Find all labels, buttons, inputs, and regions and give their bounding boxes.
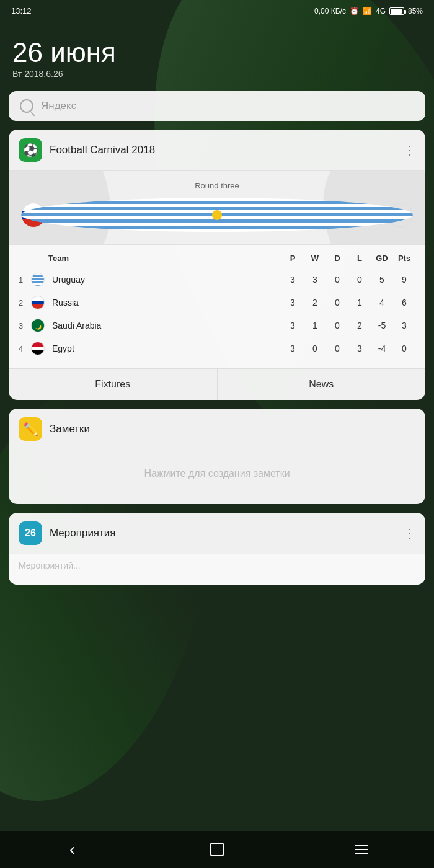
- football-app-icon: ⚽: [19, 138, 42, 162]
- col-w: W: [304, 254, 326, 263]
- events-app-icon: 26: [19, 521, 42, 545]
- standings-table: Team P W D L GD Pts 1 Uruguay 3 3 0 0 5: [9, 244, 425, 368]
- time: 13:12: [11, 6, 32, 16]
- flag-uruguay-sm: [31, 273, 45, 286]
- notes-app-icon: ✏️: [19, 417, 42, 441]
- table-row: 4 Egypt 3 0 0 3 -4 0: [19, 337, 415, 360]
- battery-icon: [389, 7, 404, 15]
- search-icon: [20, 99, 33, 113]
- notes-title: Заметки: [50, 423, 90, 435]
- svg-text:🌙: 🌙: [35, 324, 42, 330]
- events-sub: Мероприятий...: [19, 560, 81, 570]
- events-header-left: 26 Мероприятия: [19, 521, 116, 545]
- alarm-icon: ⏰: [350, 7, 359, 16]
- football-more-button[interactable]: ⋮: [404, 143, 415, 157]
- events-more-button[interactable]: ⋮: [404, 526, 415, 541]
- menu-button[interactable]: [348, 836, 375, 863]
- events-header: 26 Мероприятия ⋮: [9, 513, 425, 554]
- col-pts: Pts: [393, 254, 415, 263]
- team2: Uruguay: [339, 203, 413, 228]
- football-card-header: ⚽ Football Carnival 2018 ⋮: [9, 130, 425, 170]
- network-speed: 0,00 КБ/с: [314, 7, 346, 16]
- notes-empty-text[interactable]: Нажмите для создания заметки: [9, 450, 425, 504]
- events-title: Мероприятия: [50, 527, 116, 539]
- menu-icon: [355, 845, 368, 854]
- col-team: Team: [48, 254, 281, 263]
- news-tab[interactable]: News: [218, 369, 426, 400]
- table-row: 2 Russia 3 2 0 1 4 6: [19, 291, 415, 314]
- back-icon: [69, 839, 75, 859]
- notes-header: ✏️ Заметки: [9, 409, 425, 450]
- events-body: Мероприятий...: [9, 554, 425, 585]
- search-bar[interactable]: Яндекс: [9, 91, 425, 121]
- date-sub: Вт 2018.6.26: [12, 69, 422, 79]
- network-type: 4G: [376, 7, 386, 16]
- round-label: Round three: [21, 181, 413, 190]
- table-header: Team P W D L GD Pts: [19, 254, 415, 263]
- uruguay-flag: [388, 203, 413, 228]
- home-icon: [210, 843, 224, 856]
- signal-icon: 📶: [363, 7, 372, 16]
- match-row: Russia 3 : 0 Finish Uruguay: [21, 198, 413, 232]
- battery-percent: 85%: [408, 7, 423, 16]
- flag-egypt-sm: [31, 342, 45, 355]
- football-card: ⚽ Football Carnival 2018 ⋮ Round three R…: [9, 130, 425, 400]
- events-card: 26 Мероприятия ⋮ Мероприятий...: [9, 513, 425, 585]
- date-day: 26 июня: [12, 38, 422, 68]
- table-row: 3 🌙 Saudi Arabia 3 1 0 2 -5 3: [19, 314, 415, 337]
- notes-card[interactable]: ✏️ Заметки Нажмите для создания заметки: [9, 409, 425, 504]
- football-app-title: Football Carnival 2018: [50, 144, 155, 156]
- col-d: D: [326, 254, 348, 263]
- home-button[interactable]: [203, 836, 231, 863]
- table-row: 1 Uruguay 3 3 0 0 5 9: [19, 268, 415, 291]
- search-placeholder: Яндекс: [41, 100, 76, 112]
- flag-saudi-sm: 🌙: [31, 319, 45, 332]
- col-l: L: [348, 254, 371, 263]
- match-section: Round three Russia 3 : 0 Finish Uruguay: [9, 170, 425, 244]
- fixtures-tab[interactable]: Fixtures: [9, 369, 218, 400]
- nav-bar: [0, 831, 434, 868]
- football-app-info: ⚽ Football Carnival 2018: [19, 138, 155, 162]
- back-button[interactable]: [59, 836, 86, 863]
- status-bar: 13:12 0,00 КБ/с ⏰ 📶 4G 85%: [0, 0, 434, 19]
- card-footer: Fixtures News: [9, 368, 425, 400]
- status-right: 0,00 КБ/с ⏰ 📶 4G 85%: [314, 7, 423, 16]
- flag-russia-sm: [31, 296, 45, 309]
- col-p: P: [281, 254, 304, 263]
- col-gd: GD: [371, 254, 393, 263]
- date-section: 26 июня Вт 2018.6.26: [0, 19, 434, 91]
